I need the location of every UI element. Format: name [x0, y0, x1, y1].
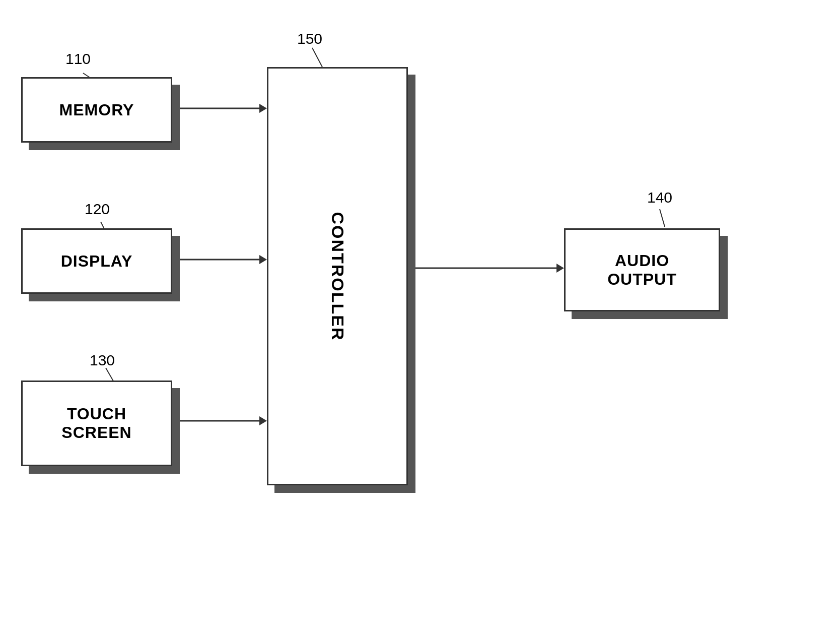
display-block: DISPLAY — [21, 228, 172, 294]
touch-screen-block: TOUCHSCREEN — [21, 381, 172, 466]
audio-arrow-right — [556, 264, 564, 273]
ref-130-line — [106, 368, 113, 381]
ref-num-120: 120 — [85, 201, 110, 218]
touch-screen-label: TOUCHSCREEN — [61, 405, 131, 442]
ref-num-130: 130 — [90, 352, 115, 369]
diagram-container: 110 120 130 150 140 MEMORY DISPLAY TOUCH… — [0, 0, 840, 634]
memory-label: MEMORY — [59, 101, 134, 119]
ref-140-line — [660, 209, 665, 227]
ref-num-110: 110 — [65, 50, 91, 68]
controller-label: CONTROLLER — [328, 212, 347, 341]
display-label: DISPLAY — [61, 252, 133, 271]
audio-output-label: AUDIOOUTPUT — [607, 251, 677, 289]
memory-arrow-right — [259, 104, 267, 113]
ref-num-150: 150 — [297, 30, 322, 47]
touch-arrow-right — [259, 416, 267, 425]
display-arrow-right — [259, 255, 267, 264]
controller-block: CONTROLLER — [267, 67, 408, 485]
ref-150-line — [312, 48, 322, 67]
memory-block: MEMORY — [21, 77, 172, 143]
ref-num-140: 140 — [647, 189, 672, 206]
audio-output-block: AUDIOOUTPUT — [564, 228, 720, 311]
